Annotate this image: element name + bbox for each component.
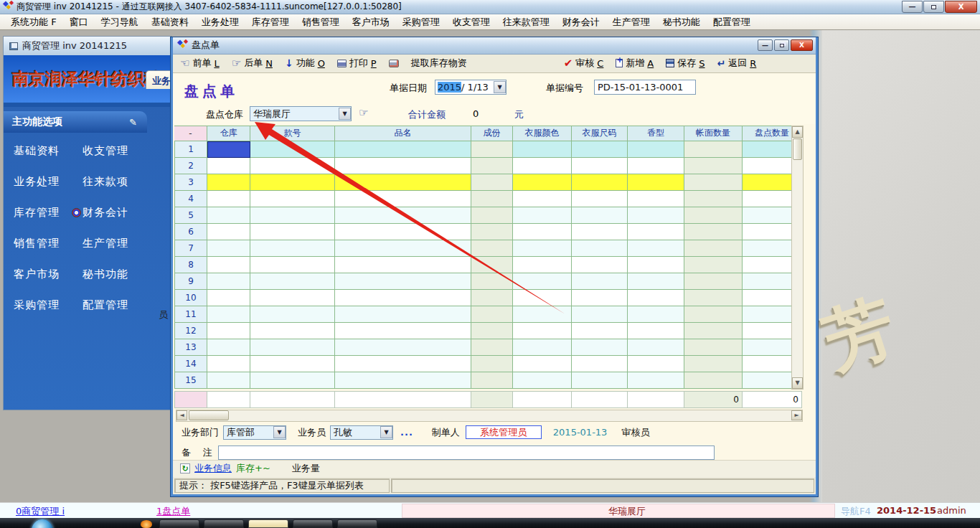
grid-cell[interactable]: [250, 257, 335, 273]
grid-cell[interactable]: [572, 273, 628, 290]
grid-cell[interactable]: [250, 207, 335, 224]
grid-cell[interactable]: [684, 356, 743, 372]
date-dropdown-arrow-icon[interactable]: ▼: [494, 81, 506, 93]
grid-cell[interactable]: [335, 207, 471, 224]
grid-cell[interactable]: [335, 174, 471, 191]
menu-item[interactable]: 往来款管理: [496, 14, 556, 30]
menu-item[interactable]: 系统功能 F: [4, 14, 63, 30]
grid-cell[interactable]: [335, 323, 471, 339]
grid-cell[interactable]: [513, 257, 572, 273]
sidebar-item[interactable]: 客户市场: [14, 268, 83, 281]
sidebar-item[interactable]: 采购管理: [14, 298, 83, 312]
grid-cell[interactable]: [572, 240, 628, 257]
grid-cell[interactable]: [572, 207, 628, 224]
grid-cell[interactable]: [335, 257, 471, 273]
grid-cell[interactable]: [513, 141, 572, 158]
grid-cell[interactable]: [684, 290, 743, 306]
menu-item[interactable]: 销售管理: [296, 14, 346, 30]
toolbar-button-前单[interactable]: 前单L: [180, 57, 220, 70]
dialog-restore-button[interactable]: [774, 39, 789, 51]
toolbar-button-提取库存物资[interactable]: 提取库存物资: [411, 57, 467, 70]
grid-cell[interactable]: [684, 191, 743, 207]
grid-cell[interactable]: [471, 290, 513, 306]
dialog-minimize-button[interactable]: —: [758, 39, 773, 51]
row-number-cell[interactable]: 6: [174, 224, 207, 240]
grid-cell[interactable]: [684, 224, 743, 240]
grid-cell[interactable]: [471, 174, 513, 191]
grid-cell[interactable]: [513, 273, 572, 290]
horizontal-scroll-thumb[interactable]: [189, 410, 229, 420]
grid-cell[interactable]: [513, 191, 572, 207]
warehouse-combobox[interactable]: 华瑞展厅 ▼: [250, 106, 352, 121]
grid-cell[interactable]: [684, 339, 743, 356]
menu-item[interactable]: 基础资料: [145, 14, 195, 30]
grid-cell[interactable]: [335, 158, 471, 174]
grid-cell[interactable]: [628, 141, 684, 158]
grid-cell[interactable]: [513, 174, 572, 191]
grid-cell[interactable]: [572, 174, 628, 191]
sidebar-item[interactable]: 往来款项: [83, 175, 151, 189]
grid-cell[interactable]: [335, 141, 471, 158]
grid-cell[interactable]: [572, 339, 628, 356]
grid-cell[interactable]: [207, 306, 250, 323]
grid-cell[interactable]: [684, 372, 743, 389]
grid-cell[interactable]: [628, 306, 684, 323]
grid-cell[interactable]: [250, 356, 335, 372]
grid-cell[interactable]: [250, 273, 335, 290]
grid-cell[interactable]: [207, 174, 250, 191]
grid-cell[interactable]: [207, 191, 250, 207]
grid-cell[interactable]: [572, 306, 628, 323]
grid-cell[interactable]: [250, 141, 335, 158]
dialog-close-button[interactable]: X: [791, 39, 813, 51]
grid-cell[interactable]: [684, 240, 743, 257]
grid-cell[interactable]: [335, 356, 471, 372]
grid-cell[interactable]: [572, 356, 628, 372]
row-number-cell[interactable]: 5: [174, 207, 207, 224]
restore-button[interactable]: [923, 1, 944, 13]
sidebar-item[interactable]: 秘书功能: [83, 268, 151, 281]
grid-cell[interactable]: [335, 372, 471, 389]
grid-cell[interactable]: [207, 240, 250, 257]
grid-cell[interactable]: [572, 191, 628, 207]
row-number-cell[interactable]: 4: [174, 191, 207, 207]
sidebar-item[interactable]: 生产管理: [83, 237, 151, 250]
menu-item[interactable]: 配置管理: [707, 14, 757, 30]
grid-cell[interactable]: [207, 356, 250, 372]
row-number-cell[interactable]: 13: [174, 339, 207, 356]
grid-cell[interactable]: [513, 224, 572, 240]
grid-cell[interactable]: [572, 257, 628, 273]
grid-cell[interactable]: [684, 174, 743, 191]
sidebar-item[interactable]: 基础资料: [14, 144, 83, 158]
dept-dropdown-arrow-icon[interactable]: ▼: [273, 426, 286, 438]
grid-cell[interactable]: [513, 339, 572, 356]
menu-item[interactable]: 财务会计: [556, 14, 606, 30]
menu-item[interactable]: 客户市场: [346, 14, 396, 30]
row-number-cell[interactable]: 9: [174, 273, 207, 290]
menu-item[interactable]: 秘书功能: [656, 14, 707, 30]
scroll-up-icon[interactable]: ▲: [792, 126, 803, 138]
toolbar-button-功能[interactable]: 功能O: [285, 57, 325, 70]
toolbar-button-后单[interactable]: 后单N: [232, 57, 273, 70]
taskbar-button[interactable]: [204, 519, 244, 528]
clerk-dropdown-arrow-icon[interactable]: ▼: [380, 426, 392, 438]
grid-cell[interactable]: [335, 191, 471, 207]
refresh-icon[interactable]: ↻: [180, 463, 190, 473]
grid-cell[interactable]: [572, 224, 628, 240]
grid-cell[interactable]: [628, 356, 684, 372]
row-number-cell[interactable]: 15: [174, 372, 207, 389]
sidebar-item[interactable]: 业务处理: [14, 175, 83, 189]
row-number-cell[interactable]: 2: [174, 158, 207, 174]
scroll-right-icon[interactable]: ►: [791, 410, 802, 420]
grid-cell[interactable]: [335, 306, 471, 323]
grid-cell[interactable]: [628, 158, 684, 174]
grid-cell[interactable]: [335, 224, 471, 240]
grid-cell[interactable]: [250, 174, 335, 191]
menu-item[interactable]: 窗口: [63, 14, 95, 30]
date-combobox[interactable]: 2015/ 1/13 ▼: [435, 80, 507, 95]
grid-cell[interactable]: [628, 257, 684, 273]
taskbar-browser-icon[interactable]: [141, 520, 152, 528]
grid-cell[interactable]: [207, 257, 250, 273]
grid-cell[interactable]: [471, 306, 513, 323]
grid-cell[interactable]: [207, 290, 250, 306]
grid-cell[interactable]: [684, 207, 743, 224]
